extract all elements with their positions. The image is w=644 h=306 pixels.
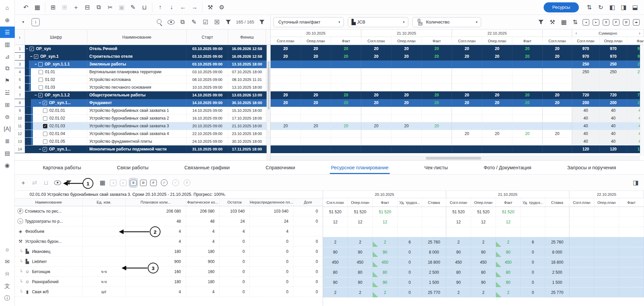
row-checkbox[interactable]: [43, 132, 47, 136]
sidebar-item-theme-icon[interactable]: ☼: [2, 244, 13, 255]
sidebar-item-calendar-check-icon[interactable]: ▤: [2, 147, 13, 159]
scrollbar-thumb[interactable]: [268, 61, 270, 110]
table-row[interactable]: 1002.01.02Устройство буронабивных свай з…: [15, 115, 270, 122]
split-bottom-icon[interactable]: ⬓: [630, 2, 640, 12]
resource-row[interactable]: └▮Свая ж/бшт44000: [15, 287, 323, 297]
collapse-icon[interactable]: −: [25, 46, 29, 51]
resource-grid-row[interactable]: 51 52051 52051 52051 52051 52051 520: [323, 207, 644, 217]
row-checkbox[interactable]: [38, 62, 43, 67]
row-checkbox[interactable]: ✓: [38, 93, 43, 97]
resources-button[interactable]: Ресурсы: [544, 2, 579, 12]
tab-1[interactable]: Связи работы: [116, 162, 150, 174]
table-row[interactable]: 1−✓OP_synОтель Речной03.10.2025 09:0016.…: [15, 45, 270, 53]
filter-icon[interactable]: [223, 17, 233, 27]
row-checkbox[interactable]: ✓: [34, 54, 38, 59]
paste-icon[interactable]: ▣: [117, 2, 127, 12]
move-left-icon[interactable]: ←: [178, 2, 188, 12]
move-down-icon[interactable]: ↓: [167, 2, 177, 12]
chevron-down-icon[interactable]: ▾: [18, 17, 28, 27]
row-checkbox[interactable]: ✓: [43, 101, 47, 105]
timeline-row[interactable]: 250250250: [271, 68, 644, 76]
timeline-row[interactable]: 20202020404040: [271, 130, 644, 138]
row-checkbox[interactable]: [39, 85, 43, 90]
row-checkbox[interactable]: ✓: [43, 147, 47, 151]
table-row[interactable]: 601.03Устройство песчаного основания10.1…: [15, 84, 270, 91]
resource-grid-row[interactable]: 80808002 50080808002 5000: [323, 267, 644, 277]
tools-icon[interactable]: ⚒: [205, 2, 215, 12]
resource-row[interactable]: └▙Ивановец180180000: [15, 247, 323, 257]
calculator-icon[interactable]: ▦: [32, 2, 42, 12]
calendar-duration-icon[interactable]: D: [622, 17, 631, 27]
sidebar-item-globe-icon[interactable]: ⊕: [2, 14, 13, 26]
calendar-grid-icon[interactable]: ▦: [559, 17, 569, 27]
sidebar-item-list-icon[interactable]: ≣: [2, 135, 13, 147]
cut-icon[interactable]: ✂: [105, 2, 115, 12]
add-row-icon[interactable]: ＋: [71, 2, 81, 12]
table-row[interactable]: 1302.01.05Устройство фундаментной плиты2…: [15, 138, 270, 145]
table-row[interactable]: 401.01Вертикальная планировка территории…: [15, 68, 270, 76]
calendar-start-icon[interactable]: S: [129, 178, 138, 187]
calendar-next-icon[interactable]: ▸: [592, 17, 600, 27]
expand-all-icon[interactable]: ›: [15, 30, 25, 45]
split-right-icon[interactable]: ◨: [618, 2, 629, 12]
filter-clear-icon[interactable]: [257, 17, 267, 27]
resource-row[interactable]: ₽Стоимость по рес...206 080206 080103 04…: [15, 206, 323, 216]
resource-grid-row[interactable]: [323, 227, 644, 237]
move-up-icon[interactable]: ↑: [155, 2, 165, 12]
table-row[interactable]: 902.01.01Устройство буронабивных свай за…: [15, 107, 270, 115]
duplicate-icon[interactable]: ⧉: [94, 2, 104, 12]
calendar-start-icon[interactable]: S: [602, 17, 610, 27]
sidebar-item-tasks-icon[interactable]: ☰: [0, 27, 15, 38]
search-icon[interactable]: [155, 17, 165, 27]
collapse-icon[interactable]: −: [29, 54, 33, 59]
collapse-icon[interactable]: −: [38, 100, 42, 105]
tab-5[interactable]: Чек-листы: [423, 162, 449, 174]
calendar-finish-icon[interactable]: F: [149, 178, 158, 187]
value-select[interactable]: 123Количество▾: [412, 17, 481, 27]
sidebar-item-chart-icon[interactable]: ⊿: [2, 51, 13, 62]
format-brush-icon[interactable]: ✎: [128, 2, 138, 12]
resource-row[interactable]: └▙Liebherr900900000: [15, 257, 323, 267]
add-resource-icon[interactable]: ＋: [18, 178, 28, 188]
resource-row[interactable]: └☺Разнорабочийч-ч180180000: [15, 277, 323, 287]
calendar-next-icon[interactable]: ▸: [119, 178, 128, 187]
calendar-prev-icon[interactable]: ◂: [582, 17, 590, 27]
resource-grid-row[interactable]: 450450450016 800450450450016 8000: [323, 257, 644, 267]
table-row[interactable]: 2−✓OP_syn.1Строительство отеля03.10.2025…: [15, 53, 270, 60]
resource-row[interactable]: └☺Бетонщикч-ч160160000: [15, 267, 323, 277]
link-node-icon[interactable]: ⊞: [59, 2, 70, 12]
chevron-left-icon[interactable]: ‹: [572, 31, 580, 36]
timeline-row[interactable]: 404040: [271, 107, 644, 115]
resource-row[interactable]: ☺Трудозатраты по р...484824240: [15, 216, 323, 226]
sidebar-item-database-icon[interactable]: ⊜: [2, 111, 13, 123]
table-row[interactable]: 11✓02.01.03Устройство буронабивных свай …: [15, 122, 270, 130]
row-checkbox[interactable]: [39, 78, 43, 82]
row-checkbox[interactable]: [43, 108, 47, 113]
table-row[interactable]: 3−OP_syn.1.1.1Земляные работы03.10.2025 …: [15, 60, 270, 68]
scrollbar-thumb[interactable]: [426, 157, 481, 160]
table-row[interactable]: 501.02Устройство котлована08.10.2025 09:…: [15, 76, 270, 84]
calendar-range-icon[interactable]: ◂▸: [632, 17, 641, 27]
tools-icon[interactable]: ⚒: [547, 17, 557, 27]
table-row[interactable]: 14−✓OP_syn.1...Монолитные работы подземн…: [15, 145, 270, 153]
sidebar-item-info-icon[interactable]: ⓘ: [2, 292, 13, 304]
mode-select[interactable]: Суточный план/факт▾: [273, 17, 344, 27]
undo-icon[interactable]: ↶: [21, 2, 31, 12]
add-child-icon[interactable]: ⊟: [82, 2, 92, 12]
panel-toggle-icon[interactable]: ◨: [631, 178, 641, 188]
timeline-row[interactable]: 404040: [271, 138, 644, 145]
calendar-grid-icon[interactable]: ▦: [97, 178, 107, 188]
tab-3[interactable]: Справочники: [264, 162, 296, 174]
calendar-finish-icon[interactable]: F: [612, 17, 620, 27]
row-checkbox[interactable]: [43, 116, 47, 121]
row-checkbox[interactable]: ✓: [30, 47, 34, 51]
chevron-right-icon[interactable]: ›: [636, 31, 644, 36]
resource-grid-row[interactable]: 90909008 00090909008 0000: [323, 247, 644, 257]
tab-2[interactable]: Связанные графики: [183, 162, 231, 174]
calendar-prev-icon[interactable]: ◂: [109, 178, 118, 187]
table-row[interactable]: 1202.01.04Устройство буронабивных свай з…: [15, 130, 270, 138]
calendar-duration-icon[interactable]: D: [139, 178, 148, 187]
sidebar-item-board-icon[interactable]: ▥: [2, 39, 13, 50]
sidebar-item-eye-icon[interactable]: ◉: [2, 160, 13, 171]
sidebar-item-hatch-icon[interactable]: ☱: [2, 87, 13, 98]
